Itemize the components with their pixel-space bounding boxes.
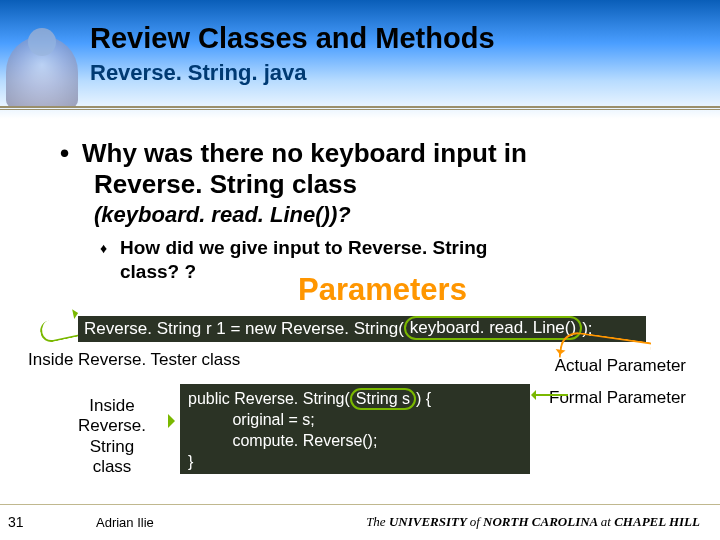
- code2-l4: }: [188, 453, 193, 470]
- caption-tester: Inside Reverse. Tester class: [28, 350, 240, 370]
- univ-b3: CHAPEL HILL: [614, 514, 700, 529]
- inside-l2: Reverse. String: [78, 416, 146, 455]
- bullet-main: •Why was there no keyboard input in Reve…: [60, 138, 690, 200]
- author-name: Adrian Ilie: [96, 515, 154, 530]
- caption-inside-class: Inside Reverse. String class: [56, 396, 168, 478]
- code2-l3: compute. Reverse();: [188, 432, 377, 449]
- unc-logo: [6, 36, 78, 108]
- inside-l1: Inside: [89, 396, 134, 415]
- arrow-to-codebar: [38, 314, 84, 344]
- subbullet-text-1: How did we give input to Reverse. String: [120, 237, 487, 258]
- code2-arg-highlight: String s: [350, 388, 416, 410]
- code2-l2: original = s;: [188, 411, 315, 428]
- footer: 31 Adrian Ilie The UNIVERSITY of NORTH C…: [0, 504, 720, 540]
- bullet-text-2: Reverse. String class: [94, 169, 690, 200]
- inside-l3: class: [93, 457, 132, 476]
- univ-mid: of: [470, 514, 483, 529]
- code1-prefix: Reverse. String r 1 = new Reverse. Strin…: [84, 319, 404, 338]
- subbullet-text-2: class? ?: [120, 261, 196, 282]
- slide-subtitle: Reverse. String. java: [90, 60, 306, 86]
- university-line: The UNIVERSITY of NORTH CAROLINA at CHAP…: [366, 514, 700, 530]
- divider: [0, 106, 720, 112]
- univ-b2: NORTH CAROLINA: [483, 514, 601, 529]
- caption-formal-parameter: Formal Parameter: [549, 388, 686, 408]
- code1-arg-highlight: keyboard. read. Line(): [404, 316, 582, 340]
- code2-sig-suffix: ) {: [416, 390, 431, 407]
- code-line-1: Reverse. String r 1 = new Reverse. Strin…: [78, 316, 646, 342]
- code2-sig-prefix: public Reverse. String(: [188, 390, 350, 407]
- diamond-icon: ♦: [100, 240, 107, 258]
- question-line: (keyboard. read. Line())?: [94, 202, 690, 228]
- slide-title: Review Classes and Methods: [90, 22, 495, 55]
- bullet-text-1: Why was there no keyboard input in: [82, 138, 527, 168]
- univ-suffix: at: [601, 514, 614, 529]
- page-number: 31: [8, 514, 24, 530]
- univ-prefix: The: [366, 514, 389, 529]
- univ-b1: UNIVERSITY: [389, 514, 470, 529]
- arrow-formal: [532, 394, 568, 396]
- parameters-label: Parameters: [298, 272, 467, 308]
- code-block-2: public Reverse. String(String s) { origi…: [180, 384, 530, 474]
